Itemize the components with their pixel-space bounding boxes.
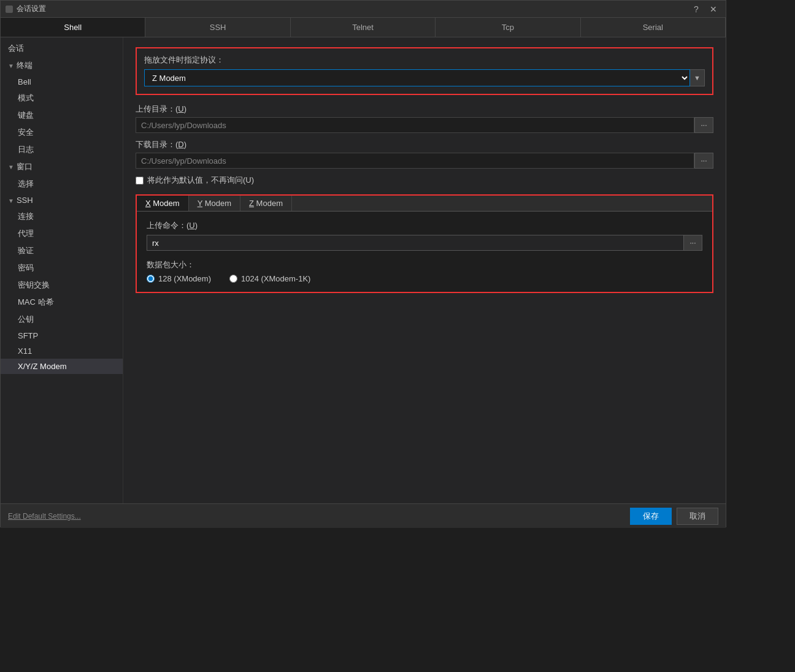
- default-checkbox[interactable]: [136, 177, 144, 185]
- sidebar-item-security[interactable]: 安全: [1, 124, 123, 141]
- content-area: 拖放文件时指定协议： Z Modem ▼ 上传目录：(U) ···: [123, 37, 726, 503]
- upload-cmd-row: ···: [147, 235, 702, 251]
- sidebar-item-session[interactable]: 会话: [1, 40, 123, 57]
- modem-content: 上传命令：(U) ··· 数据包大小： 128 (XModem): [137, 212, 712, 292]
- save-button[interactable]: 保存: [630, 508, 672, 525]
- sidebar-item-bell[interactable]: Bell: [1, 74, 123, 90]
- modem-tab-bar: X Modem Y Modem Z Modem: [137, 196, 712, 212]
- radio-128-input[interactable]: [147, 275, 155, 283]
- sidebar-item-window[interactable]: ▼窗口: [1, 158, 123, 175]
- upload-cmd-input[interactable]: [147, 235, 684, 251]
- sidebar-item-proxy[interactable]: 代理: [1, 225, 123, 242]
- upload-dir-label: 上传目录：(U): [136, 104, 713, 115]
- sidebar-item-password[interactable]: 密码: [1, 259, 123, 277]
- download-dir-row: ···: [136, 153, 713, 169]
- sidebar-item-sftp[interactable]: SFTP: [1, 328, 123, 343]
- download-dir-browse-button[interactable]: ···: [695, 153, 713, 169]
- download-dir-input[interactable]: [136, 153, 694, 169]
- download-dir-section: 下载目录：(D) ···: [136, 139, 713, 169]
- radio-128-label: 128 (XModem): [158, 274, 211, 283]
- modem-panel: X Modem Y Modem Z Modem 上传命令：(U): [136, 194, 713, 293]
- expand-arrow-ssh: ▼: [8, 197, 14, 204]
- expand-arrow-terminal: ▼: [8, 63, 14, 69]
- sidebar-item-xyz-modem[interactable]: X/Y/Z Modem: [1, 359, 123, 374]
- upload-dir-section: 上传目录：(U) ···: [136, 104, 713, 133]
- download-dir-label: 下载目录：(D): [136, 139, 713, 150]
- tab-bar: Shell SSH Telnet Tcp Serial: [1, 18, 726, 37]
- edit-defaults-link[interactable]: Edit Default Settings...: [8, 512, 81, 521]
- titlebar: 会话设置 ? ✕: [1, 1, 726, 18]
- tab-serial[interactable]: Serial: [581, 18, 726, 37]
- radio-1024-input[interactable]: [229, 275, 237, 283]
- sidebar-item-mode[interactable]: 模式: [1, 90, 123, 107]
- modem-tab-zmodem[interactable]: Z Modem: [240, 196, 292, 211]
- sidebar-item-ssh-group[interactable]: ▼SSH: [1, 193, 123, 208]
- cancel-button[interactable]: 取消: [677, 508, 718, 525]
- tab-tcp[interactable]: Tcp: [436, 18, 580, 37]
- protocol-dropdown[interactable]: Z Modem: [144, 69, 690, 86]
- protocol-label: 拖放文件时指定协议：: [144, 55, 705, 66]
- main-area: 会话 ▼终端 Bell 模式 键盘 安全 日志 ▼窗口: [1, 37, 726, 503]
- modem-tab-xmodem[interactable]: X Modem: [137, 196, 189, 211]
- radio-1024: 1024 (XModem-1K): [229, 274, 310, 283]
- upload-dir-row: ···: [136, 117, 713, 133]
- radio-128: 128 (XModem): [147, 274, 211, 283]
- sidebar-item-select[interactable]: 选择: [1, 175, 123, 193]
- sidebar-item-x11[interactable]: X11: [1, 343, 123, 359]
- sidebar-item-publickey[interactable]: 公钥: [1, 311, 123, 328]
- sidebar-item-terminal[interactable]: ▼终端: [1, 57, 123, 74]
- sidebar-item-mac[interactable]: MAC 哈希: [1, 294, 123, 311]
- upload-cmd-label: 上传命令：(U): [147, 220, 702, 231]
- protocol-section: 拖放文件时指定协议： Z Modem ▼: [136, 47, 713, 95]
- tab-telnet[interactable]: Telnet: [291, 18, 436, 37]
- sidebar-item-keyboard[interactable]: 键盘: [1, 107, 123, 124]
- radio-1024-label: 1024 (XModem-1K): [241, 274, 310, 283]
- sidebar-item-auth[interactable]: 验证: [1, 242, 123, 259]
- expand-arrow-window: ▼: [8, 164, 14, 170]
- upload-dir-input[interactable]: [136, 117, 694, 133]
- sidebar-item-kex[interactable]: 密钥交换: [1, 277, 123, 294]
- dropdown-arrow-icon[interactable]: ▼: [690, 69, 705, 86]
- sidebar-item-log[interactable]: 日志: [1, 141, 123, 158]
- upload-dir-browse-button[interactable]: ···: [695, 117, 713, 133]
- close-button[interactable]: ✕: [706, 2, 721, 16]
- footer-buttons: 保存 取消: [630, 508, 718, 525]
- tab-ssh[interactable]: SSH: [145, 18, 290, 37]
- app-icon: [6, 6, 13, 13]
- help-button[interactable]: ?: [689, 2, 704, 16]
- packet-size-radio-row: 128 (XModem) 1024 (XModem-1K): [147, 274, 702, 283]
- default-checkbox-row: 将此作为默认值，不再询问(U): [136, 175, 713, 186]
- default-checkbox-label: 将此作为默认值，不再询问(U): [147, 175, 254, 186]
- protocol-dropdown-row: Z Modem ▼: [144, 69, 705, 86]
- titlebar-left: 会话设置: [6, 4, 46, 14]
- footer: Edit Default Settings... 保存 取消: [1, 503, 726, 528]
- tab-shell[interactable]: Shell: [1, 18, 145, 37]
- window-title: 会话设置: [17, 4, 46, 14]
- sidebar-item-connect[interactable]: 连接: [1, 208, 123, 225]
- sidebar: 会话 ▼终端 Bell 模式 键盘 安全 日志 ▼窗口: [1, 37, 123, 503]
- packet-size-label: 数据包大小：: [147, 259, 702, 270]
- titlebar-buttons: ? ✕: [689, 2, 721, 16]
- modem-tab-ymodem[interactable]: Y Modem: [189, 196, 240, 211]
- upload-cmd-browse-button[interactable]: ···: [684, 235, 702, 251]
